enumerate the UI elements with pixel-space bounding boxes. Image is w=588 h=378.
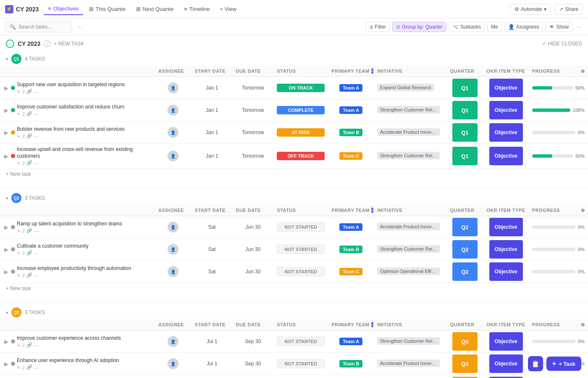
- task-expand-icon[interactable]: ▶: [3, 130, 9, 135]
- task-name[interactable]: Increase employee productivity through a…: [17, 265, 131, 272]
- show-button[interactable]: 👁 Show: [546, 22, 572, 32]
- q2-add-task[interactable]: + New task: [0, 283, 588, 294]
- initiative-cell[interactable]: Optimize Operational Efficien...: [374, 261, 447, 283]
- link-icon[interactable]: 🔗: [26, 133, 32, 139]
- start-date-cell[interactable]: Jul 1: [192, 375, 233, 378]
- status-cell[interactable]: NOT STARTED: [273, 375, 328, 378]
- avatar[interactable]: 👤: [168, 244, 178, 255]
- start-date-cell[interactable]: Jan 1: [192, 77, 233, 99]
- task-expand-icon[interactable]: ▶: [3, 269, 9, 275]
- start-date-cell[interactable]: Jan 1: [192, 99, 233, 122]
- link-icon[interactable]: 🔗: [26, 272, 32, 278]
- task-expand-icon[interactable]: ▶: [3, 338, 9, 344]
- add-column-icon-q2[interactable]: ⊕: [581, 208, 585, 213]
- team-cell[interactable]: Team C: [328, 375, 374, 378]
- task-name[interactable]: Increase upsell and cross-sell revenue f…: [17, 146, 152, 159]
- add-column-icon-q3[interactable]: ⊕: [581, 322, 585, 328]
- link-icon[interactable]: 🔗: [26, 365, 32, 370]
- new-task-button[interactable]: + NEW TASK: [54, 41, 84, 47]
- tab-this-quarter[interactable]: ⊞ This Quarter: [85, 3, 130, 15]
- initiative-cell[interactable]: Expand Global Research: [374, 375, 447, 378]
- q2-toggle[interactable]: ▾: [6, 196, 8, 201]
- due-date-cell[interactable]: Tomorrow: [232, 122, 273, 144]
- q1-toggle[interactable]: ▾: [6, 57, 8, 61]
- team-cell[interactable]: Team C: [328, 261, 374, 283]
- due-date-cell[interactable]: Jun 30: [232, 238, 273, 261]
- assignee-cell[interactable]: 👤: [155, 375, 192, 378]
- assignee-cell[interactable]: 👤: [155, 353, 192, 375]
- avatar[interactable]: 👤: [168, 82, 178, 93]
- clipboard-fab-button[interactable]: 📋: [528, 356, 543, 371]
- task-name[interactable]: Bolster revenue from new products and se…: [17, 126, 125, 133]
- initiative-cell[interactable]: Strengthen Customer Retenti...: [374, 99, 447, 122]
- task-expand-icon[interactable]: ▶: [3, 246, 9, 252]
- status-cell[interactable]: NOT STARTED: [273, 216, 328, 238]
- initiative-cell[interactable]: Strengthen Customer Retenti...: [374, 144, 447, 169]
- add-column-icon[interactable]: ⊕: [581, 69, 585, 74]
- status-cell[interactable]: NOT STARTED: [273, 238, 328, 261]
- due-date-cell[interactable]: Tomorrow: [232, 77, 273, 99]
- year-toggle-button[interactable]: ○: [6, 40, 14, 48]
- link-icon[interactable]: 🔗: [26, 342, 32, 348]
- team-cell[interactable]: Team B: [328, 122, 374, 144]
- team-cell[interactable]: Team B: [328, 238, 374, 261]
- avatar[interactable]: 👤: [168, 151, 178, 161]
- status-cell[interactable]: COMPLETE: [273, 99, 328, 122]
- due-date-cell[interactable]: Sep 30: [232, 353, 273, 375]
- initiative-cell[interactable]: Strengthen Customer Retenti...: [374, 238, 447, 261]
- filter-button[interactable]: ⧖ Filter: [366, 22, 390, 32]
- team-cell[interactable]: Team A: [328, 330, 374, 353]
- due-date-cell[interactable]: Jun 30: [232, 261, 273, 283]
- year-info-icon[interactable]: i: [44, 40, 50, 47]
- tab-objectives[interactable]: ≡ Objectives: [44, 3, 83, 15]
- subtasks-button[interactable]: ⌥ Subtasks: [449, 22, 485, 32]
- assignee-cell[interactable]: 👤: [155, 99, 192, 122]
- start-date-cell[interactable]: Jul 1: [192, 353, 233, 375]
- assignee-cell[interactable]: 👤: [155, 77, 192, 99]
- due-date-cell[interactable]: Jun 30: [232, 216, 273, 238]
- task-name[interactable]: Enhance user experience through AI adopt…: [17, 357, 119, 364]
- due-date-cell[interactable]: Sep 30: [232, 330, 273, 353]
- due-date-cell[interactable]: Tomorrow: [232, 144, 273, 169]
- link-icon[interactable]: 🔗: [26, 160, 32, 166]
- tab-view[interactable]: + View: [215, 3, 240, 15]
- start-date-cell[interactable]: Sat: [192, 238, 233, 261]
- avatar[interactable]: 👤: [168, 336, 178, 347]
- hide-closed-button[interactable]: ✓ HIDE CLOSED: [542, 41, 582, 47]
- status-cell[interactable]: NOT STARTED: [273, 353, 328, 375]
- tab-timeline[interactable]: ≡ Timeline: [180, 3, 214, 15]
- avatar[interactable]: 👤: [168, 105, 178, 116]
- team-cell[interactable]: Team A: [328, 216, 374, 238]
- avatar[interactable]: 👤: [168, 222, 178, 233]
- initiative-cell[interactable]: Accelerate Product Innovation: [374, 216, 447, 238]
- start-date-cell[interactable]: Jul 1: [192, 330, 233, 353]
- due-date-cell[interactable]: Tomorrow: [232, 99, 273, 122]
- status-cell[interactable]: AT RISK: [273, 122, 328, 144]
- team-filter-dot-q2[interactable]: +: [371, 207, 373, 213]
- team-filter-dot-q3[interactable]: +: [371, 322, 373, 328]
- status-cell[interactable]: NOT STARTED: [273, 261, 328, 283]
- start-date-cell[interactable]: Jan 1: [192, 144, 233, 169]
- link-icon[interactable]: 🔗: [26, 228, 32, 233]
- task-expand-icon[interactable]: ▶: [3, 224, 9, 230]
- team-cell[interactable]: Team C: [328, 144, 374, 169]
- link-icon[interactable]: 🔗: [26, 250, 32, 256]
- avatar[interactable]: 👤: [168, 127, 178, 138]
- status-cell[interactable]: OFF TRACK: [273, 144, 328, 169]
- initiative-cell[interactable]: Strengthen Customer Retenti...: [374, 330, 447, 353]
- link-icon[interactable]: 🔗: [26, 89, 32, 94]
- me-button[interactable]: Me: [487, 22, 502, 32]
- start-date-cell[interactable]: Jan 1: [192, 122, 233, 144]
- task-name[interactable]: Improve customer satisfaction and reduce…: [17, 104, 124, 111]
- due-date-cell[interactable]: Sep 30: [232, 375, 273, 378]
- assignee-cell[interactable]: 👤: [155, 238, 192, 261]
- automate-button[interactable]: ⚙ Automate ▾: [510, 4, 551, 15]
- task-name[interactable]: Ramp up talent acquisition to strengthen…: [17, 221, 122, 227]
- start-date-cell[interactable]: Sat: [192, 216, 233, 238]
- task-name[interactable]: Cultivate a customer community: [17, 243, 89, 250]
- avatar[interactable]: 👤: [168, 266, 178, 277]
- initiative-cell[interactable]: Accelerate Product Innovation: [374, 353, 447, 375]
- task-expand-icon[interactable]: ▶: [3, 107, 9, 113]
- assignee-cell[interactable]: 👤: [155, 216, 192, 238]
- initiative-cell[interactable]: Expand Global Research: [374, 77, 447, 99]
